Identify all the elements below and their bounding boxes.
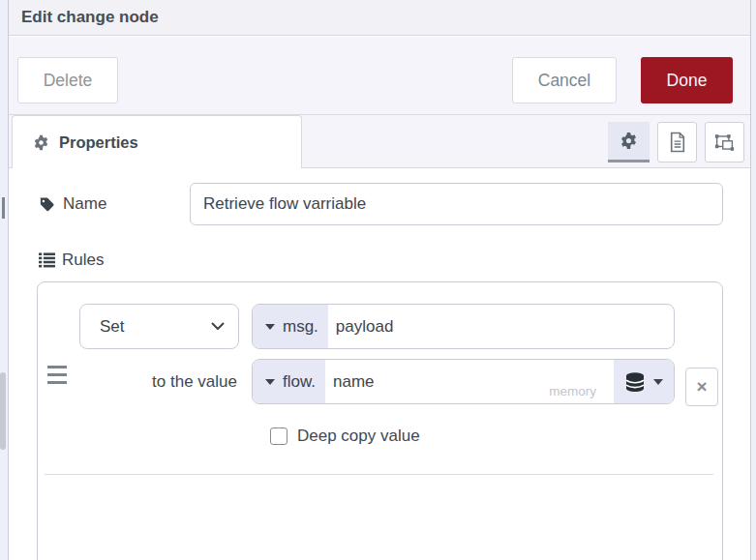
rules-list: Set msg. (37, 281, 723, 560)
appearance-icon-button[interactable] (705, 122, 744, 162)
gear-icon (620, 132, 638, 150)
chevron-down-icon (211, 322, 225, 331)
rules-label: Rules (62, 251, 104, 270)
description-icon-button[interactable] (657, 122, 697, 162)
deep-copy-row: Deep copy value (270, 424, 420, 449)
appearance-icon (714, 133, 735, 153)
tray-header: Edit change node (9, 0, 750, 36)
rule-value-type-label: flow. (283, 372, 316, 392)
scrollbar-thumb[interactable] (2, 197, 5, 219)
rule-value-typedinput: flow. memory (252, 359, 675, 404)
rule-property-input[interactable] (328, 305, 674, 348)
gear-icon (33, 134, 49, 151)
name-label: Name (63, 194, 106, 214)
deep-copy-label: Deep copy value (297, 427, 420, 446)
rule-separator (45, 474, 713, 475)
rule-property-type-button[interactable]: msg. (253, 305, 328, 348)
tag-icon (39, 196, 55, 213)
edit-change-node-dialog: Edit change node Delete Cancel Done Prop… (0, 0, 756, 560)
rule-value-input[interactable] (325, 360, 614, 403)
list-icon (39, 252, 55, 268)
remove-rule-button[interactable]: × (685, 368, 718, 406)
drag-handle[interactable] (47, 366, 67, 385)
scrollbar-thumb[interactable] (0, 372, 6, 450)
delete-button[interactable]: Delete (17, 57, 118, 103)
database-icon (624, 372, 646, 392)
to-the-value-label: to the value (96, 359, 237, 404)
rule-property-typedinput: msg. (252, 304, 675, 349)
done-button[interactable]: Done (641, 57, 733, 103)
cancel-button[interactable]: Cancel (512, 57, 617, 103)
rule-action-select[interactable]: Set (79, 304, 239, 349)
tab-properties-label: Properties (59, 133, 138, 152)
rule-value-type-button[interactable]: flow. (253, 360, 325, 403)
edit-tray: Edit change node Delete Cancel Done Prop… (9, 0, 750, 560)
tab-bar: Properties (9, 114, 750, 168)
workspace-left-strip (0, 0, 9, 560)
context-store-button[interactable] (614, 360, 674, 403)
action-row: Delete Cancel Done (9, 37, 750, 114)
deep-copy-checkbox[interactable] (270, 427, 287, 445)
workspace-right-strip (750, 0, 756, 560)
rules-label-row: Rules (39, 250, 104, 271)
properties-panel: Name Rules (9, 168, 750, 560)
triangle-down-icon (265, 324, 275, 330)
triangle-down-icon (265, 379, 275, 385)
properties-icon-button[interactable] (608, 122, 650, 162)
rule-item: Set msg. (38, 282, 722, 475)
triangle-down-icon (653, 379, 663, 385)
name-input[interactable] (190, 183, 723, 225)
name-label-row: Name (39, 193, 106, 215)
tab-properties[interactable]: Properties (12, 115, 302, 168)
page-title: Edit change node (21, 8, 159, 27)
rule-action-value: Set (100, 317, 125, 337)
rule-property-type-label: msg. (283, 317, 318, 337)
document-icon (669, 132, 686, 153)
